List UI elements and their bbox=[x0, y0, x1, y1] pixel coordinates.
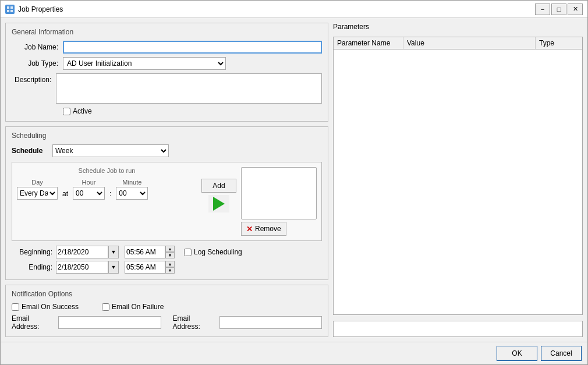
general-info-label: General Information bbox=[12, 28, 322, 36]
job-name-row: Job Name: bbox=[12, 41, 322, 54]
hour-select[interactable]: 00 01 06 12 bbox=[73, 187, 105, 200]
schedule-job-title: Schedule Job to run bbox=[17, 167, 197, 174]
ending-time-up[interactable]: ▲ bbox=[165, 261, 175, 267]
schedule-middle: Add bbox=[201, 167, 236, 212]
ending-time-input[interactable] bbox=[125, 261, 165, 274]
beginning-time-input[interactable] bbox=[125, 246, 165, 258]
beginning-time-spin: ▲ ▼ bbox=[165, 246, 175, 258]
email-success-label: Email On Success bbox=[22, 303, 79, 311]
schedule-list[interactable] bbox=[241, 167, 317, 219]
ending-label: Ending: bbox=[12, 263, 52, 271]
description-label: Description: bbox=[12, 76, 51, 84]
log-checkbox-row: Log Scheduling bbox=[184, 248, 242, 256]
email-failure-addr-input[interactable] bbox=[219, 316, 322, 329]
svg-rect-0 bbox=[7, 6, 9, 9]
minute-col: Minute 00 15 30 45 bbox=[116, 179, 148, 200]
email-failure-item: Email On Failure bbox=[102, 303, 164, 311]
svg-rect-3 bbox=[10, 10, 13, 12]
notification-checkboxes-row: Email On Success Email On Failure bbox=[12, 303, 322, 311]
notification-address-row: Email Address: Email Address: bbox=[12, 314, 322, 331]
beginning-time-up[interactable]: ▲ bbox=[165, 246, 175, 252]
email-failure-checkbox[interactable] bbox=[102, 303, 109, 311]
ending-time-wrapper: ▲ ▼ bbox=[125, 261, 175, 274]
job-type-row: Job Type: AD User Initialization bbox=[12, 57, 322, 70]
beginning-date-combo: ▼ bbox=[56, 246, 119, 258]
schedule-select[interactable]: Week Day Month bbox=[52, 144, 169, 157]
email-failure-label: Email On Failure bbox=[112, 303, 164, 311]
cancel-button[interactable]: Cancel bbox=[541, 346, 582, 361]
param-type-header: Type bbox=[536, 37, 582, 49]
scheduling-section: Scheduling Schedule Week Day Month Sched… bbox=[5, 126, 328, 280]
svg-rect-2 bbox=[7, 10, 9, 12]
schedule-header: Schedule Week Day Month bbox=[12, 144, 322, 157]
active-label: Active bbox=[73, 107, 92, 115]
params-bottom-input[interactable] bbox=[333, 321, 583, 337]
hour-col: Hour 00 01 06 12 bbox=[73, 179, 105, 200]
email-failure-addr-label: Email Address: bbox=[173, 314, 217, 331]
job-type-select[interactable]: AD User Initialization bbox=[63, 57, 226, 70]
job-type-label: Job Type: bbox=[12, 59, 58, 68]
add-button[interactable]: Add bbox=[201, 179, 236, 193]
schedule-dates: Beginning: ▼ ▲ ▼ bbox=[12, 246, 322, 274]
email-success-checkbox[interactable] bbox=[12, 303, 19, 311]
left-panel: General Information Job Name: Job Type: … bbox=[5, 23, 328, 337]
job-name-input[interactable] bbox=[63, 41, 322, 54]
beginning-date-btn[interactable]: ▼ bbox=[108, 246, 119, 258]
ok-button[interactable]: OK bbox=[497, 346, 537, 361]
remove-x-icon: ✕ bbox=[246, 225, 253, 233]
ending-time-spin: ▲ ▼ bbox=[165, 261, 175, 274]
remove-button[interactable]: ✕ Remove bbox=[241, 222, 286, 236]
beginning-time-down[interactable]: ▼ bbox=[165, 252, 175, 258]
schedule-label: Schedule bbox=[12, 147, 47, 155]
colon-separator: : bbox=[109, 190, 111, 198]
description-textarea[interactable] bbox=[56, 73, 322, 104]
email-success-addr-item: Email Address: bbox=[12, 314, 161, 331]
day-select[interactable]: Every Day Monday Tuesday Wednesday Thurs… bbox=[17, 187, 58, 200]
ending-date-combo: ▼ bbox=[56, 261, 119, 274]
email-success-addr-label: Email Address: bbox=[12, 314, 56, 331]
notification-section: Notification Options Email On Success Em… bbox=[5, 285, 328, 337]
param-name-header: Parameter Name bbox=[334, 37, 403, 49]
hour-label: Hour bbox=[82, 179, 96, 186]
ending-date-input[interactable] bbox=[56, 261, 108, 274]
ending-date-btn[interactable]: ▼ bbox=[108, 261, 119, 274]
job-name-label: Job Name: bbox=[12, 43, 58, 51]
description-row: Description: bbox=[12, 73, 322, 104]
window-controls: − □ ✕ bbox=[535, 3, 583, 15]
ending-row: Ending: ▼ ▲ ▼ bbox=[12, 261, 322, 274]
scheduling-label: Scheduling bbox=[12, 132, 322, 140]
ending-time-down[interactable]: ▼ bbox=[165, 267, 175, 274]
beginning-label: Beginning: bbox=[12, 248, 52, 256]
params-table-header: Parameter Name Value Type bbox=[334, 37, 582, 49]
email-success-item: Email On Success bbox=[12, 303, 79, 311]
footer-bar: OK Cancel bbox=[1, 342, 587, 364]
schedule-inner-box: Schedule Job to run Day Every Day Monday… bbox=[12, 162, 322, 241]
time-row: Day Every Day Monday Tuesday Wednesday T… bbox=[17, 179, 197, 200]
right-panel: Parameters Parameter Name Value Type bbox=[333, 23, 583, 337]
parameters-label: Parameters bbox=[333, 23, 583, 31]
close-button[interactable]: ✕ bbox=[568, 3, 583, 15]
content-area: General Information Job Name: Job Type: … bbox=[1, 18, 587, 342]
svg-rect-1 bbox=[10, 6, 13, 9]
add-arrow-button[interactable] bbox=[208, 195, 229, 212]
day-col: Day Every Day Monday Tuesday Wednesday T… bbox=[17, 179, 58, 200]
minute-select[interactable]: 00 15 30 45 bbox=[116, 187, 148, 200]
minimize-button[interactable]: − bbox=[535, 3, 550, 15]
maximize-button[interactable]: □ bbox=[551, 3, 566, 15]
email-failure-addr-item: Email Address: bbox=[173, 314, 323, 331]
beginning-time-wrapper: ▲ ▼ bbox=[125, 246, 175, 258]
params-body bbox=[334, 49, 582, 314]
beginning-date-input[interactable] bbox=[56, 246, 108, 258]
param-value-header: Value bbox=[403, 37, 536, 49]
job-properties-window: Job Properties − □ ✕ General Information… bbox=[0, 0, 588, 365]
title-bar: Job Properties − □ ✕ bbox=[1, 1, 587, 18]
parameters-container: Parameter Name Value Type bbox=[333, 37, 583, 315]
window-icon bbox=[5, 5, 15, 14]
active-checkbox[interactable] bbox=[63, 108, 70, 115]
email-success-addr-input[interactable] bbox=[58, 316, 161, 329]
minute-label: Minute bbox=[122, 179, 141, 186]
active-row: Active bbox=[63, 107, 322, 115]
log-scheduling-checkbox[interactable] bbox=[184, 249, 192, 256]
log-scheduling-label: Log Scheduling bbox=[194, 248, 242, 256]
schedule-left: Schedule Job to run Day Every Day Monday… bbox=[17, 167, 197, 200]
